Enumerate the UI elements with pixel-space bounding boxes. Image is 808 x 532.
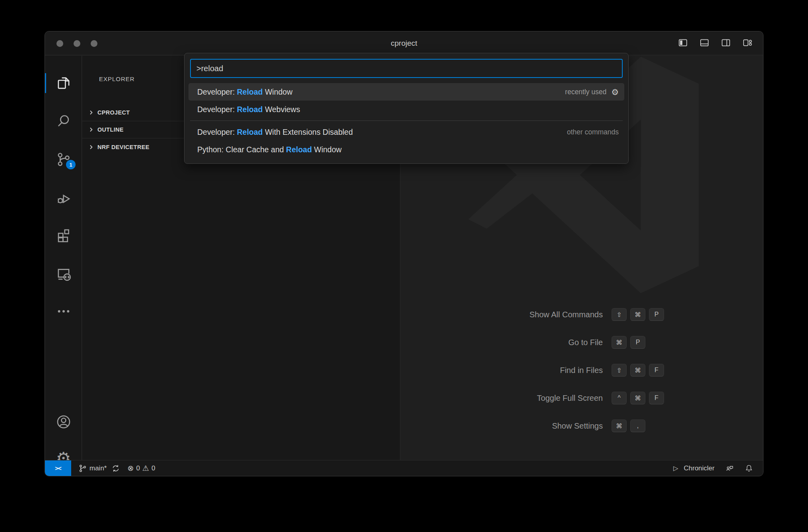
match-highlight: Reload: [286, 145, 312, 154]
remote-indicator[interactable]: ><: [45, 460, 71, 476]
chevron-right-icon: [88, 126, 94, 133]
command-item-python-clear-cache[interactable]: Python: Clear Cache and Reload Window: [188, 141, 624, 158]
keybinding: ⇧ ⌘ P: [612, 308, 664, 321]
configure-keybinding-gear-icon[interactable]: ⚙: [611, 88, 619, 96]
keybinding: ⇧ ⌘ F: [612, 364, 664, 377]
search-icon[interactable]: [45, 109, 82, 133]
key-letter: P: [649, 308, 664, 321]
shortcut-label: Show All Commands: [439, 310, 603, 319]
layout-controls: [678, 31, 753, 55]
match-highlight: Reload: [237, 87, 263, 96]
chevron-right-icon: [88, 109, 94, 116]
key-cmd: ⌘: [630, 392, 645, 404]
source-control-icon[interactable]: 1: [45, 147, 82, 172]
shortcut-row: Go to File ⌘ P: [439, 336, 664, 348]
keybinding: ^ ⌘ F: [612, 392, 664, 404]
sync-icon[interactable]: [111, 464, 120, 473]
status-bar-right: ▷ Chronicler: [673, 464, 763, 473]
shortcut-row: Find in Files ⇧ ⌘ F: [439, 364, 664, 376]
problems-item[interactable]: ⊗ 0 ⚠ 0: [127, 464, 155, 473]
toggle-secondary-sidebar-icon[interactable]: [721, 37, 731, 50]
remote-explorer-icon[interactable]: [45, 262, 82, 286]
shortcut-label: Toggle Full Screen: [439, 394, 603, 403]
command-item-text: Python: Clear Cache and Reload Window: [197, 145, 619, 154]
command-item-text: Developer: Reload With Extensions Disabl…: [197, 128, 561, 137]
git-branch-item[interactable]: main*: [78, 464, 120, 473]
toggle-primary-sidebar-icon[interactable]: [678, 37, 688, 50]
key-cmd: ⌘: [612, 419, 627, 432]
shortcut-label: Show Settings: [439, 421, 603, 431]
command-palette: >reload Developer: Reload Window recentl…: [184, 53, 629, 164]
recently-used-label: recently used: [565, 88, 606, 96]
error-count: 0: [136, 464, 140, 472]
feedback-icon[interactable]: [725, 464, 734, 473]
warning-count: 0: [152, 464, 155, 472]
match-highlight: Reload: [237, 105, 263, 114]
bell-icon[interactable]: [744, 464, 754, 473]
match-highlight: Reload: [237, 128, 263, 136]
sidebar-title: EXPLORER: [99, 76, 135, 82]
shortcut-label: Find in Files: [439, 366, 603, 375]
run-debug-icon[interactable]: [45, 186, 82, 210]
command-item-reload-window[interactable]: Developer: Reload Window recently used ⚙: [188, 83, 624, 101]
section-label: NRF DEVICETREE: [97, 144, 150, 150]
more-icon[interactable]: [45, 299, 82, 324]
customize-layout-icon[interactable]: [742, 37, 753, 50]
key-letter: P: [630, 336, 645, 349]
shortcut-row: Show Settings ⌘ ,: [439, 420, 664, 432]
other-commands-label: other commands: [567, 128, 619, 136]
chevron-right-icon: [88, 144, 94, 150]
command-item-text: Developer: Reload Webviews: [197, 105, 619, 114]
command-input[interactable]: >reload: [190, 59, 623, 78]
key-cmd: ⌘: [612, 336, 627, 349]
play-icon: ▷: [673, 464, 678, 472]
key-shift: ⇧: [612, 364, 627, 377]
command-item-text: Developer: Reload Window: [197, 87, 559, 97]
shortcut-row: Show All Commands ⇧ ⌘ P: [439, 309, 664, 320]
key-letter: F: [649, 392, 664, 404]
status-bar: >< main* ⊗ 0 ⚠ 0 ▷ Chronicler: [45, 460, 763, 476]
explorer-icon[interactable]: [45, 71, 82, 95]
toggle-panel-icon[interactable]: [699, 37, 710, 50]
key-cmd: ⌘: [630, 364, 645, 377]
command-query: >reload: [196, 64, 223, 73]
error-icon: ⊗: [127, 464, 134, 473]
key-letter: F: [649, 364, 664, 377]
shortcut-row: Toggle Full Screen ^ ⌘ F: [439, 392, 664, 404]
group-separator: [190, 120, 623, 121]
extensions-icon[interactable]: [45, 223, 82, 247]
key-comma: ,: [630, 419, 645, 432]
keybinding: ⌘ P: [612, 336, 645, 349]
shortcut-label: Go to File: [439, 338, 603, 347]
chronicler-item[interactable]: ▷ Chronicler: [673, 464, 715, 472]
vscode-window: cproject 1: [45, 31, 763, 476]
window-title: cproject: [45, 39, 763, 48]
command-item-reload-extensions-disabled[interactable]: Developer: Reload With Extensions Disabl…: [188, 123, 624, 141]
git-branch-icon: [78, 464, 87, 473]
activity-bar: 1 ⚙: [45, 56, 82, 460]
source-control-badge: 1: [66, 160, 76, 169]
key-shift: ⇧: [612, 308, 627, 321]
key-ctrl: ^: [612, 392, 627, 404]
chronicler-label: Chronicler: [684, 464, 715, 472]
titlebar: cproject: [45, 31, 763, 55]
account-icon[interactable]: [45, 410, 82, 434]
section-label: CPROJECT: [97, 109, 130, 116]
keybinding: ⌘ ,: [612, 419, 645, 432]
welcome-shortcuts: Show All Commands ⇧ ⌘ P Go to File ⌘ P F…: [439, 309, 664, 448]
section-label: OUTLINE: [97, 126, 124, 133]
command-item-reload-webviews[interactable]: Developer: Reload Webviews: [188, 101, 624, 118]
warning-icon: ⚠: [142, 464, 149, 473]
key-cmd: ⌘: [630, 308, 645, 321]
branch-name: main*: [89, 464, 107, 472]
